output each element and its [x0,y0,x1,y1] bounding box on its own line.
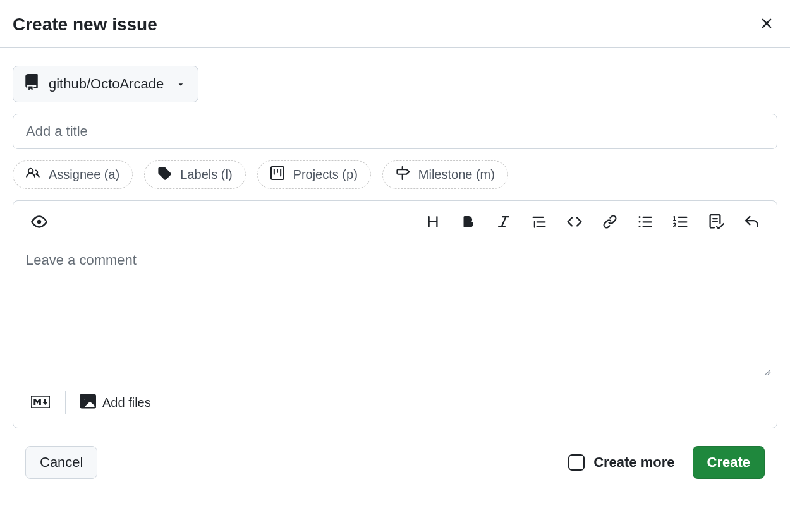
labels-label: Labels (l) [180,167,232,182]
markdown-icon [31,396,50,410]
milestone-pill[interactable]: Milestone (m) [382,160,508,189]
close-button[interactable] [756,13,777,36]
task-list-button[interactable] [707,213,725,233]
milestone-icon [396,166,410,183]
create-more-label: Create more [593,454,674,471]
unordered-list-button[interactable] [636,213,654,233]
repo-selector[interactable]: github/OctoArcade [13,66,198,102]
code-icon [567,214,582,231]
quote-icon [532,214,547,231]
comment-editor: Add files [13,200,777,428]
repo-name: github/OctoArcade [49,76,164,92]
quote-button[interactable] [530,213,548,233]
chevron-down-icon [176,76,185,92]
close-icon [758,15,775,33]
cancel-button[interactable]: Cancel [25,446,97,479]
resize-handle-icon[interactable] [762,366,772,378]
comment-textarea[interactable] [26,252,764,366]
projects-label: Projects (p) [293,167,358,182]
link-button[interactable] [601,213,619,233]
markdown-help-button[interactable] [30,394,51,411]
labels-pill[interactable]: Labels (l) [144,160,245,189]
repo-icon [23,74,40,94]
list-ordered-icon [673,214,688,231]
bold-button[interactable] [459,213,477,233]
reply-icon [744,214,759,231]
divider [65,391,66,414]
create-more-toggle[interactable]: Create more [568,454,674,471]
tasklist-icon [708,214,724,231]
issue-title-input[interactable] [13,114,777,149]
heading-button[interactable] [424,213,442,233]
reply-button[interactable] [743,213,760,233]
project-icon [270,166,284,183]
assignee-label: Assignee (a) [49,167,119,182]
heading-icon [425,214,441,231]
dialog-title: Create new issue [13,15,157,35]
tag-icon [157,166,171,183]
ordered-list-button[interactable] [672,213,690,233]
milestone-label: Milestone (m) [418,167,495,182]
eye-icon [31,214,47,232]
projects-pill[interactable]: Projects (p) [257,160,371,189]
italic-button[interactable] [495,213,513,233]
add-files-label: Add files [102,396,151,410]
add-files-button[interactable]: Add files [80,393,151,413]
assignee-pill[interactable]: Assignee (a) [13,160,133,189]
list-unordered-icon [638,214,653,231]
create-button[interactable]: Create [693,446,765,479]
code-button[interactable] [566,213,583,233]
image-icon [80,393,96,413]
preview-button[interactable] [30,212,49,233]
create-more-checkbox[interactable] [568,454,585,471]
italic-icon [496,214,511,231]
bold-icon [461,214,476,231]
people-icon [26,166,40,183]
metadata-pills: Assignee (a) Labels (l) Projects (p) Mil… [13,160,777,189]
link-icon [602,214,617,231]
